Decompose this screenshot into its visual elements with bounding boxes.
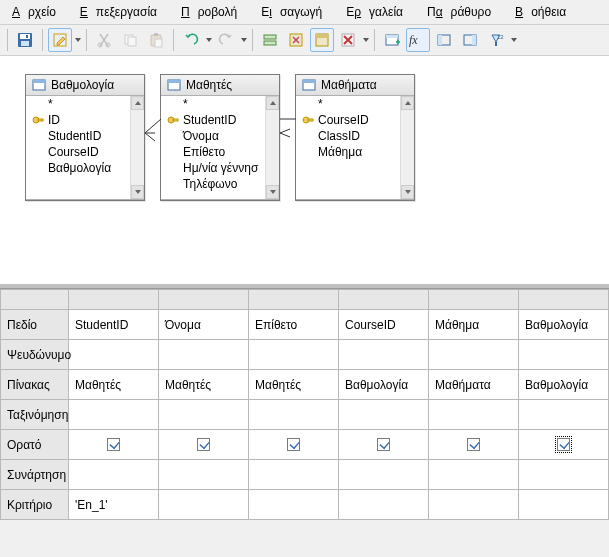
cell-visible[interactable] [159,430,249,460]
cell-visible[interactable] [69,430,159,460]
visible-checkbox[interactable] [467,438,480,451]
field-studentid[interactable]: StudentID [26,128,144,144]
menu-help[interactable]: Βοήθεια [507,2,582,22]
cell-alias[interactable] [519,340,609,370]
field-epitheto[interactable]: Επίθετο [161,144,279,160]
undo-dropdown[interactable] [205,28,212,52]
cell-sort[interactable] [69,400,159,430]
add-table-button[interactable] [380,28,404,52]
cell-field[interactable]: Επίθετο [249,310,339,340]
field-star[interactable]: * [296,96,414,112]
redo-dropdown[interactable] [240,28,247,52]
functions-button[interactable]: fx [406,28,430,52]
edit-mode-button[interactable] [48,28,72,52]
scrollbar[interactable] [130,96,144,199]
cell-criteria[interactable] [159,490,249,520]
cell-field[interactable]: CourseID [339,310,429,340]
cell-criteria[interactable] [339,490,429,520]
menu-window[interactable]: Παράθυρο [419,2,507,22]
cell-table[interactable]: Μαθητές [249,370,339,400]
field-star[interactable]: * [161,96,279,112]
field-classid[interactable]: ClassID [296,128,414,144]
col-selector[interactable] [249,290,339,310]
cell-alias[interactable] [249,340,339,370]
col-selector[interactable] [339,290,429,310]
cell-criteria[interactable]: 'En_1' [69,490,159,520]
cell-visible[interactable] [519,430,609,460]
menu-view[interactable]: Προβολή [173,2,253,22]
cell-table[interactable]: Βαθμολογία [519,370,609,400]
col-selector[interactable] [519,290,609,310]
visible-checkbox[interactable] [287,438,300,451]
field-courseid[interactable]: CourseID [26,144,144,160]
cell-function[interactable] [519,460,609,490]
visible-checkbox[interactable] [197,438,210,451]
cell-function[interactable] [339,460,429,490]
cell-sort[interactable] [519,400,609,430]
field-dob[interactable]: Ημ/νία γέννησ [161,160,279,176]
copy-button[interactable] [118,28,142,52]
cell-field[interactable]: Όνομα [159,310,249,340]
cut-button[interactable] [92,28,116,52]
cell-criteria[interactable] [519,490,609,520]
cell-visible[interactable] [339,430,429,460]
distinct-values-button[interactable]: 123 [484,28,508,52]
col-selector[interactable] [429,290,519,310]
scroll-down-icon[interactable] [266,185,279,199]
cell-field[interactable]: StudentID [69,310,159,340]
menu-edit[interactable]: Επεξεργασία [72,2,173,22]
delete-button[interactable] [336,28,360,52]
run-query-button[interactable] [258,28,282,52]
distinct-values-dropdown[interactable] [510,28,517,52]
relationship-pane[interactable]: Βαθμολογία * ID StudentID CourseID Βαθμο… [0,56,609,288]
cell-sort[interactable] [249,400,339,430]
scroll-up-icon[interactable] [131,96,144,110]
scrollbar[interactable] [265,96,279,199]
toggle-2-button[interactable] [458,28,482,52]
field-list[interactable]: * ID StudentID CourseID Βαθμολογία [26,96,144,200]
cell-visible[interactable] [429,430,519,460]
redo-button[interactable] [214,28,238,52]
field-phone[interactable]: Τηλέφωνο [161,176,279,192]
field-bathmologia[interactable]: Βαθμολογία [26,160,144,176]
cell-table[interactable]: Μαθητές [159,370,249,400]
field-id[interactable]: ID [26,112,144,128]
undo-button[interactable] [179,28,203,52]
cell-function[interactable] [159,460,249,490]
cell-table[interactable]: Μαθήματα [429,370,519,400]
cell-function[interactable] [429,460,519,490]
col-selector[interactable] [159,290,249,310]
scroll-up-icon[interactable] [401,96,414,110]
field-star[interactable]: * [26,96,144,112]
visible-checkbox[interactable] [557,438,570,451]
field-mathima[interactable]: Μάθημα [296,144,414,160]
cell-alias[interactable] [339,340,429,370]
cell-alias[interactable] [429,340,519,370]
cell-visible[interactable] [249,430,339,460]
save-button[interactable] [13,28,37,52]
clear-query-button[interactable] [284,28,308,52]
cell-alias[interactable] [159,340,249,370]
table-bathmologia[interactable]: Βαθμολογία * ID StudentID CourseID Βαθμο… [25,74,145,201]
scroll-down-icon[interactable] [401,185,414,199]
scroll-up-icon[interactable] [266,96,279,110]
field-studentid[interactable]: StudentID [161,112,279,128]
visible-checkbox[interactable] [107,438,120,451]
field-list[interactable]: * CourseID ClassID Μάθημα [296,96,414,200]
cell-function[interactable] [69,460,159,490]
menu-file[interactable]: Αρχείο [4,2,72,22]
col-selector[interactable] [69,290,159,310]
toggle-1-button[interactable] [432,28,456,52]
cell-function[interactable] [249,460,339,490]
cell-sort[interactable] [339,400,429,430]
field-list[interactable]: * StudentID Όνομα Επίθετο Ημ/νία γέννησ … [161,96,279,200]
cell-criteria[interactable] [249,490,339,520]
table-mathites[interactable]: Μαθητές * StudentID Όνομα Επίθετο Ημ/νία… [160,74,280,201]
cell-sort[interactable] [429,400,519,430]
paste-button[interactable] [144,28,168,52]
cell-criteria[interactable] [429,490,519,520]
cell-table[interactable]: Μαθητές [69,370,159,400]
edit-mode-dropdown[interactable] [74,28,81,52]
menu-tools[interactable]: Εργαλεία [338,2,419,22]
design-view-button[interactable] [310,28,334,52]
